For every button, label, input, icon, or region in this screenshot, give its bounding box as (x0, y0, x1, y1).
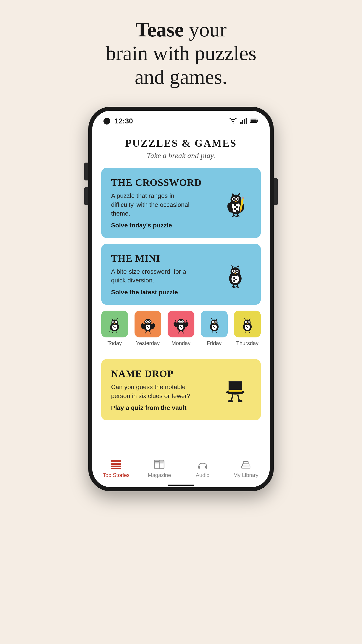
crossword-card[interactable]: THE CROSSWORD A puzzle that ranges in di… (101, 168, 261, 238)
day-owl-yesterday (134, 310, 161, 338)
nav-top-stories[interactable]: Top Stories (100, 459, 132, 478)
name-drop-card[interactable]: NAME DROP Can you guess the notable pers… (101, 359, 261, 420)
nav-audio-label: Audio (196, 472, 209, 478)
svg-line-95 (149, 332, 151, 334)
crossword-cta: Solve today's puzzle (111, 222, 220, 229)
svg-point-140 (248, 322, 249, 323)
nav-top-stories-label: Top Stories (103, 472, 130, 478)
svg-rect-1 (242, 120, 243, 124)
section-divider (101, 353, 261, 353)
svg-marker-76 (116, 318, 118, 320)
day-friday-label: Friday (207, 340, 222, 346)
svg-marker-142 (244, 318, 246, 320)
nav-my-library[interactable]: My Library (230, 459, 261, 478)
page-subtitle: Take a break and play. (101, 152, 261, 160)
day-friday[interactable]: Friday (201, 310, 228, 346)
svg-rect-15 (234, 210, 236, 212)
screen-content: PUZZLES & GAMES Take a break and play. T… (92, 128, 270, 455)
mini-owl-image (220, 259, 251, 290)
day-thursday-label: Thursday (236, 340, 259, 346)
svg-text:✦: ✦ (174, 319, 177, 322)
svg-text:✦: ✦ (185, 319, 188, 322)
svg-rect-166 (198, 466, 200, 469)
svg-marker-126 (211, 318, 213, 320)
crossword-card-text: THE CROSSWORD A puzzle that ranges in di… (111, 177, 220, 229)
day-owl-thursday-icon (238, 314, 256, 334)
svg-rect-68 (114, 327, 115, 328)
day-owl-monday-icon: ★ ★ ✦ ✦ (172, 314, 190, 334)
svg-rect-38 (242, 196, 244, 199)
svg-rect-116 (213, 326, 214, 327)
top-stories-icon (111, 459, 122, 470)
page-title: PUZZLES & GAMES (101, 137, 261, 149)
svg-rect-162 (155, 464, 159, 464)
svg-marker-127 (216, 318, 217, 320)
day-owl-today (101, 310, 128, 338)
name-drop-description: Can you guess the notable person in six … (111, 382, 196, 400)
battery-icon (250, 118, 259, 124)
svg-rect-99 (181, 326, 182, 327)
svg-point-47 (230, 267, 240, 276)
svg-line-128 (212, 332, 213, 333)
svg-line-113 (182, 332, 184, 334)
nav-magazine-label: Magazine (148, 472, 171, 478)
svg-rect-44 (235, 278, 237, 280)
svg-rect-117 (214, 326, 215, 327)
svg-line-112 (178, 332, 179, 334)
svg-rect-163 (160, 461, 164, 462)
status-bar: 12:30 (92, 111, 270, 128)
name-drop-hat-icon (222, 374, 249, 406)
svg-marker-55 (231, 265, 234, 268)
nav-magazine[interactable]: Magazine (144, 459, 175, 478)
magazine-icon (154, 459, 165, 470)
svg-rect-0 (240, 122, 242, 124)
day-thursday[interactable]: Thursday (234, 310, 261, 346)
name-drop-title: NAME DROP (111, 368, 220, 380)
svg-rect-83 (148, 326, 149, 327)
bottom-nav-wrapper: Top Stories (92, 455, 270, 487)
day-owl-friday (201, 310, 228, 338)
svg-line-79 (116, 332, 117, 333)
svg-point-124 (215, 322, 216, 323)
svg-point-90 (149, 321, 150, 322)
svg-rect-119 (214, 327, 215, 328)
name-drop-hat-image (220, 374, 251, 406)
day-yesterday[interactable]: Yesterday (134, 310, 161, 346)
day-owl-monday: ★ ★ ✦ ✦ (168, 310, 194, 338)
svg-rect-135 (247, 327, 248, 328)
svg-rect-134 (246, 327, 247, 328)
day-monday[interactable]: ★ ★ ✦ ✦ Monday (168, 310, 194, 346)
signal-icon (240, 118, 247, 125)
mini-owl-icon (222, 259, 249, 290)
nav-audio[interactable]: Audio (187, 459, 218, 478)
mini-card-text: THE MINI A bite-size crossword, for a qu… (111, 253, 220, 296)
svg-rect-6 (251, 120, 257, 122)
svg-point-72 (113, 322, 114, 323)
svg-line-77 (110, 328, 111, 332)
mini-card[interactable]: THE MINI A bite-size crossword, for a qu… (101, 244, 261, 305)
svg-point-139 (246, 322, 247, 323)
svg-rect-16 (236, 210, 238, 212)
svg-rect-132 (246, 326, 247, 327)
mini-title: THE MINI (111, 253, 220, 264)
svg-rect-66 (114, 326, 115, 327)
svg-rect-5 (257, 120, 258, 122)
status-icons (229, 118, 259, 125)
svg-rect-170 (243, 462, 248, 464)
mini-description: A bite-size crossword, for a quick diver… (111, 267, 196, 285)
svg-rect-85 (148, 327, 149, 328)
status-left: 12:30 (103, 117, 133, 125)
home-indicator (168, 484, 194, 486)
svg-rect-65 (113, 326, 114, 327)
svg-rect-41 (233, 277, 235, 278)
day-today[interactable]: Today (101, 310, 128, 346)
day-owl-today-icon (106, 314, 124, 334)
mini-cta: Solve the latest puzzle (111, 289, 220, 296)
svg-rect-12 (236, 206, 238, 208)
day-owl-thursday (234, 310, 261, 338)
svg-rect-67 (113, 327, 114, 328)
svg-rect-164 (160, 462, 164, 463)
svg-rect-133 (247, 326, 248, 327)
hero-bold: Tease (135, 18, 184, 41)
svg-rect-118 (213, 327, 214, 328)
